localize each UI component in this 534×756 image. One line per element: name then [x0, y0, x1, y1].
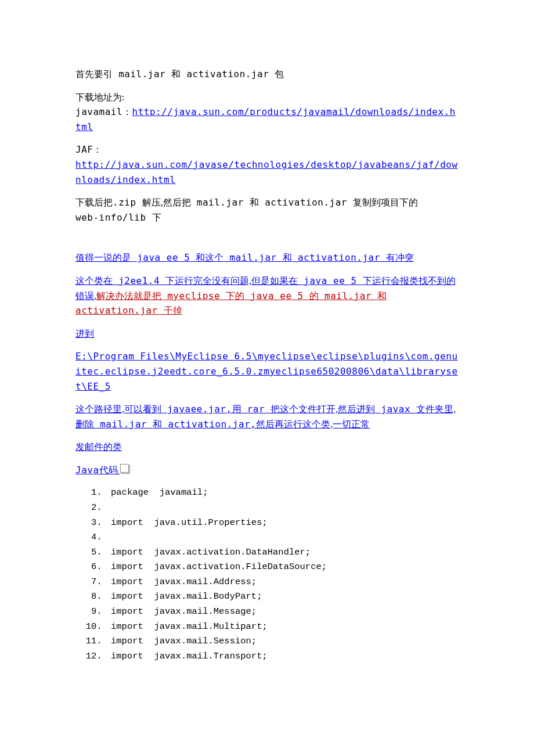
- text: activation.jar: [259, 197, 353, 208]
- send-mail-class-heading: 发邮件的类: [75, 440, 459, 455]
- code-line: import java.util.Properties;: [107, 516, 459, 531]
- text: javax: [375, 404, 416, 415]
- text: 下运行完全没有问题,但是如果在: [165, 276, 298, 286]
- text: mail.jar: [319, 290, 377, 301]
- text: 值得一说的是: [75, 253, 131, 262]
- text: java ee 5: [298, 275, 362, 286]
- text: 和: [377, 291, 387, 301]
- code-line: import javax.activation.DataHandler;: [107, 545, 459, 560]
- text: activation.jar: [292, 252, 386, 263]
- code-line: import javax.mail.Transport;: [107, 649, 459, 664]
- text: 下: [152, 213, 161, 222]
- text: java ee 5: [244, 290, 309, 301]
- text: activation.jar,: [162, 419, 256, 430]
- text: 解决办法就是把: [96, 291, 161, 301]
- text: activation.jar: [181, 69, 275, 80]
- text: JAF：: [75, 144, 103, 155]
- text: 和: [250, 197, 259, 207]
- text: 有冲突: [386, 253, 414, 262]
- text: 这个类在: [75, 276, 113, 286]
- text: 解压,然后把: [142, 197, 191, 207]
- java-code-heading: Java代码: [75, 463, 459, 478]
- text: 包: [275, 69, 284, 79]
- text: mail.jar: [113, 69, 171, 80]
- path-action-paragraph: 这个路径里,可以看到 javaee.jar,用 rar 把这个文件打开,然后进到…: [75, 402, 459, 431]
- code-line: import javax.mail.Message;: [107, 604, 459, 620]
- text: mail.jar: [191, 197, 250, 208]
- text: 的: [309, 291, 319, 301]
- text: 和: [153, 419, 162, 429]
- text: mail.jar: [94, 419, 153, 430]
- intro-paragraph: 首先要引 mail.jar 和 activation.jar 包: [75, 67, 459, 82]
- text: 下载地址为:: [75, 92, 124, 102]
- text: 然后再运行这个类,一切正常: [256, 419, 370, 429]
- spacer: [75, 233, 459, 250]
- copy-icon[interactable]: [121, 465, 130, 474]
- text: j2ee1.4: [113, 275, 165, 286]
- text: java ee 5: [131, 252, 196, 263]
- text: 进到: [75, 329, 94, 339]
- text: .zip: [113, 197, 142, 208]
- extract-paragraph: 下载后把.zip 解压,然后把 mail.jar 和 activation.ja…: [75, 195, 459, 225]
- text: 复制到项目下的: [353, 197, 418, 207]
- jaf-link[interactable]: http://java.sun.com/javase/technologies/…: [75, 159, 458, 185]
- text: 和: [171, 69, 181, 79]
- jaf-paragraph: JAF： http://java.sun.com/javase/technolo…: [75, 142, 459, 187]
- text: 和这个: [196, 253, 223, 262]
- text: 首先要引: [75, 69, 113, 79]
- text: web-info/lib: [75, 212, 152, 223]
- text: myeclipse: [161, 290, 226, 301]
- text: 代码: [99, 465, 120, 475]
- path-paragraph: E:\Program Files\MyEclipse 6.5\myeclipse…: [75, 349, 459, 394]
- text: 下载后把: [75, 197, 113, 207]
- solution-paragraph: 这个类在 j2ee1.4 下运行完全没有问题,但是如果在 java ee 5 下…: [75, 273, 459, 318]
- code-line: import javax.activation.FileDataSource;: [107, 560, 459, 575]
- document-page: 首先要引 mail.jar 和 activation.jar 包 下载地址为: …: [0, 0, 534, 699]
- text: 这个路径里,可以看到: [75, 404, 161, 414]
- text: rar: [241, 404, 271, 415]
- code-line: import javax.mail.BodyPart;: [107, 589, 459, 604]
- text: 下的: [226, 291, 244, 301]
- conflict-paragraph: 值得一说的是 java ee 5 和这个 mail.jar 和 activati…: [75, 250, 459, 265]
- code-line: [107, 501, 459, 516]
- text: 发邮件的类: [75, 442, 122, 452]
- code-line: import javax.mail.Session;: [107, 634, 459, 649]
- goto-paragraph: 进到: [75, 326, 459, 341]
- code-line: package javamail;: [107, 485, 459, 501]
- code-line: import javax.mail.Address;: [107, 575, 459, 590]
- text: 用: [232, 404, 241, 414]
- text: 和: [283, 253, 292, 262]
- text: 干掉: [164, 305, 182, 315]
- code-line: import javax.mail.Multipart;: [107, 620, 459, 635]
- text: javaee.jar,: [161, 404, 232, 415]
- download-paragraph: 下载地址为: javamail：http://java.sun.com/prod…: [75, 90, 459, 135]
- text: javamail：: [75, 106, 132, 117]
- text: activation.jar: [75, 305, 164, 316]
- text: mail.jar: [223, 252, 282, 263]
- text: 把这个文件打开,然后进到: [270, 404, 375, 414]
- code-listing: package javamail; import java.util.Prope…: [75, 485, 459, 664]
- text: E:\Program Files\MyEclipse 6.5\myeclipse…: [75, 351, 458, 391]
- code-line: [107, 530, 459, 545]
- javamail-link[interactable]: http://java.sun.com/products/javamail/do…: [75, 106, 456, 132]
- text: Java: [75, 465, 99, 476]
